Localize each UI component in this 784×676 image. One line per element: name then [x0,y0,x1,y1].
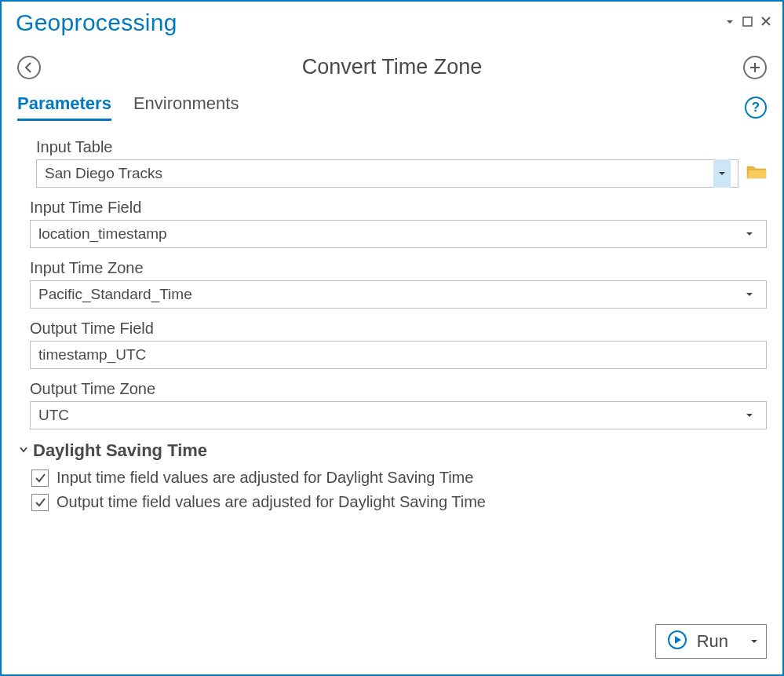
input-table-select[interactable]: San Diego Tracks [36,159,738,188]
menu-dropdown-icon[interactable] [725,16,735,30]
title-bar: Geoprocessing [2,2,782,41]
input-time-zone-value: Pacific_Standard_Time [38,286,741,303]
play-icon [667,630,687,653]
add-button[interactable] [743,56,767,79]
run-button-label: Run [697,631,728,652]
chevron-down-icon[interactable] [741,282,758,307]
run-button-main[interactable]: Run [656,630,742,653]
checkbox-input-dst-box[interactable] [31,470,49,487]
checkbox-input-dst-label: Input time field values are adjusted for… [57,469,473,487]
chevron-down-icon[interactable] [741,403,758,428]
label-input-table: Input Table [24,138,767,156]
run-button[interactable]: Run [655,624,767,659]
form-area: Input Table San Diego Tracks [2,121,782,612]
tab-parameters[interactable]: Parameters [17,93,111,121]
input-table-value: San Diego Tracks [45,165,713,182]
folder-icon[interactable] [746,164,767,183]
maximize-icon[interactable] [742,16,753,30]
chevron-down-icon[interactable] [713,159,731,188]
close-icon[interactable] [760,16,771,30]
run-button-dropdown[interactable] [742,625,766,658]
field-output-time-field: Output Time Field [17,320,767,369]
back-button[interactable] [17,56,41,79]
tool-header: Convert Time Zone [2,41,782,87]
checkbox-input-dst[interactable]: Input time field values are adjusted for… [17,469,767,487]
chevron-down-icon[interactable] [741,221,758,247]
chevron-down-icon [17,443,30,459]
tabs-row: Parameters Environments ? [2,87,782,121]
output-time-field-text[interactable] [38,346,758,364]
svg-rect-0 [743,17,752,26]
checkbox-output-dst[interactable]: Output time field values are adjusted fo… [17,493,767,511]
tabs: Parameters Environments [17,93,239,121]
footer: Run [2,612,782,674]
input-time-field-value: location_timestamp [38,225,741,243]
input-time-field-select[interactable]: location_timestamp [30,220,767,248]
output-time-zone-select[interactable]: UTC [30,401,767,429]
pane-title: Geoprocessing [16,9,177,36]
label-input-time-zone: Input Time Zone [17,259,767,277]
tool-title: Convert Time Zone [41,55,743,79]
input-time-zone-select[interactable]: Pacific_Standard_Time [30,280,767,309]
output-time-field-input[interactable] [30,341,767,369]
help-button[interactable]: ? [745,97,767,119]
section-dst-title: Daylight Saving Time [33,440,207,461]
label-input-time-field: Input Time Field [17,199,767,217]
section-dst-header[interactable]: Daylight Saving Time [17,440,767,461]
field-output-time-zone: Output Time Zone UTC [17,380,767,429]
label-output-time-field: Output Time Field [17,320,767,338]
field-input-table: Input Table San Diego Tracks [17,138,767,188]
label-output-time-zone: Output Time Zone [17,380,767,398]
window-controls [725,16,771,30]
field-input-time-field: Input Time Field location_timestamp [17,199,767,248]
checkbox-output-dst-box[interactable] [31,494,49,511]
field-input-time-zone: Input Time Zone Pacific_Standard_Time [17,259,767,309]
tab-environments[interactable]: Environments [133,93,239,121]
checkbox-output-dst-label: Output time field values are adjusted fo… [57,493,486,511]
output-time-zone-value: UTC [38,407,741,424]
